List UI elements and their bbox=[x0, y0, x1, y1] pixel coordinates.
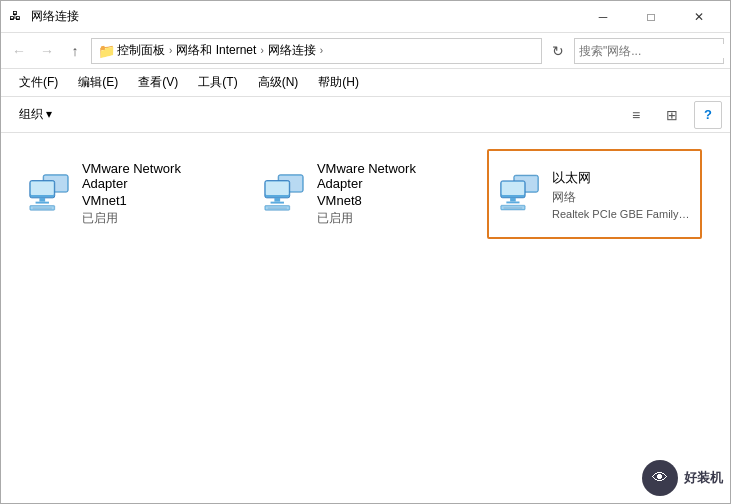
organize-button[interactable]: 组织 ▾ bbox=[9, 101, 62, 129]
window: 🖧 网络连接 ─ □ ✕ ← → ↑ 📁 控制面板 › 网络和 Internet… bbox=[0, 0, 731, 504]
title-controls: ─ □ ✕ bbox=[580, 1, 722, 33]
window-title: 网络连接 bbox=[31, 8, 79, 25]
network-status-vmnet8: 已启用 bbox=[317, 210, 458, 227]
breadcrumb-sep-1: › bbox=[169, 45, 172, 56]
svg-rect-13 bbox=[266, 182, 289, 195]
search-box: 🔍 bbox=[574, 38, 724, 64]
watermark-icon: 👁 bbox=[652, 469, 668, 487]
menu-bar: 文件(F) 编辑(E) 查看(V) 工具(T) 高级(N) 帮助(H) bbox=[1, 69, 730, 97]
watermark-logo: 👁 bbox=[642, 460, 678, 496]
network-details-vmnet8: VMware Network Adapter VMnet8 已启用 bbox=[317, 161, 458, 227]
svg-rect-23 bbox=[502, 182, 525, 195]
folder-icon: 📁 bbox=[98, 43, 115, 59]
svg-rect-4 bbox=[39, 198, 45, 202]
breadcrumb-item-3[interactable]: 网络连接 › bbox=[268, 42, 325, 59]
network-name-vmnet8: VMware Network Adapter bbox=[317, 161, 458, 191]
menu-edit[interactable]: 编辑(E) bbox=[68, 70, 128, 95]
breadcrumb-label-1: 控制面板 bbox=[117, 42, 165, 59]
view-grid-icon: ⊞ bbox=[666, 107, 678, 123]
network-icon-vmnet8 bbox=[261, 170, 307, 218]
svg-rect-5 bbox=[36, 202, 49, 204]
network-name2-vmnet1: VMnet1 bbox=[82, 193, 223, 208]
svg-rect-25 bbox=[506, 202, 519, 204]
watermark: 👁 好装机 bbox=[642, 460, 723, 496]
forward-button[interactable]: → bbox=[35, 39, 59, 63]
search-input[interactable] bbox=[579, 44, 729, 58]
help-button[interactable]: ? bbox=[694, 101, 722, 129]
breadcrumb-sep-3: › bbox=[320, 45, 323, 56]
network-type-ethernet: 网络 bbox=[552, 189, 692, 206]
breadcrumb-sep-2: › bbox=[260, 45, 263, 56]
network-details-ethernet: 以太网 网络 Realtek PCIe GBE Family Contr... bbox=[552, 169, 692, 220]
title-bar-left: 🖧 网络连接 bbox=[9, 8, 79, 25]
title-bar: 🖧 网络连接 ─ □ ✕ bbox=[1, 1, 730, 33]
minimize-button[interactable]: ─ bbox=[580, 1, 626, 33]
svg-rect-24 bbox=[510, 198, 516, 202]
back-button[interactable]: ← bbox=[7, 39, 31, 63]
up-button[interactable]: ↑ bbox=[63, 39, 87, 63]
breadcrumb: 📁 控制面板 › 网络和 Internet › 网络连接 › bbox=[91, 38, 542, 64]
network-details-vmnet1: VMware Network Adapter VMnet1 已启用 bbox=[82, 161, 223, 227]
view-grid-button[interactable]: ⊞ bbox=[658, 101, 686, 129]
view-details-button[interactable]: ≡ bbox=[622, 101, 650, 129]
view-details-icon: ≡ bbox=[632, 107, 640, 123]
svg-rect-14 bbox=[274, 198, 280, 202]
content-area: VMware Network Adapter VMnet1 已启用 VMware… bbox=[1, 133, 730, 503]
menu-help[interactable]: 帮助(H) bbox=[308, 70, 369, 95]
network-driver-ethernet: Realtek PCIe GBE Family Contr... bbox=[552, 208, 692, 220]
close-button[interactable]: ✕ bbox=[676, 1, 722, 33]
network-item-vmnet1[interactable]: VMware Network Adapter VMnet1 已启用 bbox=[17, 149, 232, 239]
network-item-ethernet[interactable]: 以太网 网络 Realtek PCIe GBE Family Contr... bbox=[487, 149, 702, 239]
network-icon-vmnet1 bbox=[26, 170, 72, 218]
menu-view[interactable]: 查看(V) bbox=[128, 70, 188, 95]
network-name2-vmnet8: VMnet8 bbox=[317, 193, 458, 208]
window-icon: 🖧 bbox=[9, 9, 25, 25]
svg-rect-3 bbox=[31, 182, 54, 195]
breadcrumb-label-2: 网络和 Internet bbox=[176, 42, 256, 59]
maximize-button[interactable]: □ bbox=[628, 1, 674, 33]
breadcrumb-item-2[interactable]: 网络和 Internet › bbox=[176, 42, 265, 59]
breadcrumb-item-1[interactable]: 控制面板 › bbox=[117, 42, 174, 59]
menu-tools[interactable]: 工具(T) bbox=[188, 70, 247, 95]
refresh-button[interactable]: ↻ bbox=[546, 39, 570, 63]
network-name-vmnet1: VMware Network Adapter bbox=[82, 161, 223, 191]
menu-file[interactable]: 文件(F) bbox=[9, 70, 68, 95]
network-item-vmnet8[interactable]: VMware Network Adapter VMnet8 已启用 bbox=[252, 149, 467, 239]
menu-advanced[interactable]: 高级(N) bbox=[248, 70, 309, 95]
watermark-text: 好装机 bbox=[684, 469, 723, 487]
toolbar: 组织 ▾ ≡ ⊞ ? bbox=[1, 97, 730, 133]
address-bar: ← → ↑ 📁 控制面板 › 网络和 Internet › 网络连接 › ↻ 🔍 bbox=[1, 33, 730, 69]
svg-rect-15 bbox=[271, 202, 284, 204]
breadcrumb-label-3: 网络连接 bbox=[268, 42, 316, 59]
network-icon-ethernet bbox=[497, 170, 542, 218]
network-status-vmnet1: 已启用 bbox=[82, 210, 223, 227]
network-name-ethernet: 以太网 bbox=[552, 169, 692, 187]
